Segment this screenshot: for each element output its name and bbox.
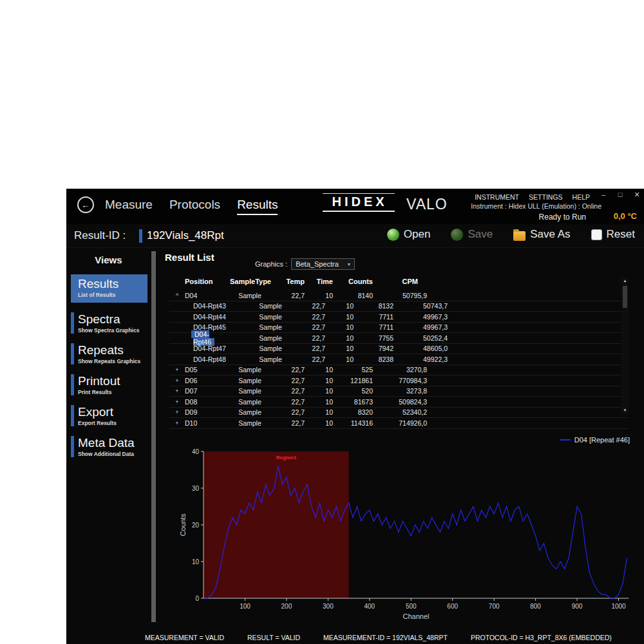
row-expander-icon[interactable]: + xyxy=(169,366,185,373)
table-body: ^D04Sample22,710814050795,9D04-Rpt43Samp… xyxy=(169,290,628,429)
window-maximize-button[interactable]: □ xyxy=(616,191,624,199)
column-header-sampletype[interactable]: SampleType xyxy=(230,278,270,288)
spectrum-chart[interactable]: Region1100200300400500600700800900100001… xyxy=(178,445,638,623)
row-position-text: D04-Rpt46 xyxy=(191,330,214,346)
row-time: 10 xyxy=(305,408,333,416)
table-row[interactable]: D04-Rpt46Sample22,710775550252,4 xyxy=(169,333,628,344)
row-expander-icon[interactable]: + xyxy=(169,377,185,384)
table-row[interactable]: D04-Rpt44Sample22,710771149967,3 xyxy=(169,312,628,323)
table-row[interactable]: +D05Sample22,7105253270,8 xyxy=(169,365,628,376)
table-row[interactable]: D04-Rpt43Sample22,710813250743,7 xyxy=(169,301,628,312)
table-row[interactable]: +D06Sample22,710121861770984,3 xyxy=(169,375,628,386)
row-temp: 22,7 xyxy=(270,366,305,374)
row-sample-type: Sample xyxy=(230,292,270,299)
table-row[interactable]: +D08Sample22,71081673509824,3 xyxy=(169,397,628,408)
row-cpm: 48605,0 xyxy=(393,345,448,352)
row-cpm: 50252,4 xyxy=(393,334,448,342)
sidebar-item-spectra[interactable]: SpectraShow Spectra Graphics xyxy=(71,312,147,334)
row-counts: 8320 xyxy=(333,408,373,416)
row-cpm: 49967,3 xyxy=(393,313,448,321)
nav-item-results[interactable]: Results xyxy=(237,198,278,215)
row-time: 10 xyxy=(305,366,333,374)
sidebar-item-results[interactable]: ResultsList of Results xyxy=(71,274,147,303)
row-position-text: D08 xyxy=(185,398,197,406)
region-label: Region1 xyxy=(276,455,297,460)
row-counts: 7942 xyxy=(354,345,393,352)
back-button[interactable]: ← xyxy=(77,196,94,213)
sidebar-item-repeats[interactable]: RepeatsShow Repeats Graphics xyxy=(71,343,147,365)
table-row[interactable]: +D10Sample22,710114316714926,0 xyxy=(169,418,628,429)
row-temp: 22,7 xyxy=(270,377,305,384)
row-time: 10 xyxy=(305,387,333,395)
table-row[interactable]: ^D04Sample22,710814050795,9 xyxy=(169,290,628,301)
reset-button[interactable]: Reset xyxy=(591,228,635,241)
table-row[interactable]: D04-Rpt48Sample22,710823849922,3 xyxy=(169,354,628,365)
reset-icon xyxy=(591,229,602,240)
window-minimize-button[interactable]: – xyxy=(600,191,607,199)
hidex-logo: HIDEX xyxy=(323,193,395,212)
result-id-field[interactable]: 192Vials_48Rpt xyxy=(147,229,224,242)
nav-item-measure[interactable]: Measure xyxy=(105,198,153,215)
temperature-readout: 0,0 °C xyxy=(614,211,637,221)
scrollbar-thumb[interactable] xyxy=(623,286,627,308)
row-position: D09 xyxy=(185,408,230,416)
scroll-down-icon[interactable]: ▼ xyxy=(623,407,627,413)
window-close-button[interactable]: ✕ xyxy=(633,191,641,199)
table-row[interactable]: D04-Rpt47Sample22,710794248605,0 xyxy=(169,344,628,355)
result-table: PositionSampleTypeTempTimeCountsCPM ^D04… xyxy=(169,278,628,429)
status-item: MEASUREMENT = VALID xyxy=(145,634,224,641)
title-bar: ← MeasureProtocolsResults HIDEX VALO INS… xyxy=(66,189,644,224)
menu-help[interactable]: HELP xyxy=(573,193,590,201)
app-window: ← MeasureProtocolsResults HIDEX VALO INS… xyxy=(66,189,644,644)
sidebar-item-sublabel: Show Additional Data xyxy=(78,451,147,457)
column-header-position[interactable]: Position xyxy=(185,278,230,288)
main-panel: Result List Graphics : Beta_Spectra ▾ Po… xyxy=(160,248,644,631)
save-as-button[interactable]: Save As xyxy=(513,228,570,241)
save-icon xyxy=(451,229,463,241)
row-position-text: D09 xyxy=(185,408,197,416)
sidebar-item-export[interactable]: ExportExport Results xyxy=(71,405,147,426)
row-position: D04 xyxy=(185,292,230,299)
column-header-counts[interactable]: Counts xyxy=(333,278,373,288)
table-row[interactable]: D04-Rpt45Sample22,710771149967,3 xyxy=(169,323,628,334)
row-expander-icon[interactable]: + xyxy=(169,420,185,426)
row-position: D08 xyxy=(185,398,230,406)
svg-text:300: 300 xyxy=(323,603,334,610)
row-counts: 8132 xyxy=(354,302,393,310)
row-temp: 22,7 xyxy=(270,387,305,395)
nav-item-protocols[interactable]: Protocols xyxy=(169,198,220,215)
row-expander-icon[interactable]: + xyxy=(169,399,185,405)
sidebar-item-sublabel: Export Results xyxy=(78,420,147,426)
sidebar-item-label: Export xyxy=(78,406,147,419)
menu-instrument[interactable]: INSTRUMENT xyxy=(475,193,519,201)
row-temp: 22,7 xyxy=(290,345,325,352)
sidebar-item-label: Printout xyxy=(78,375,147,388)
status-item: RESULT = VALID xyxy=(247,634,300,641)
row-expander-icon[interactable]: + xyxy=(169,388,185,394)
row-position-text: D04-Rpt47 xyxy=(193,345,226,352)
main-nav: MeasureProtocolsResults xyxy=(105,198,278,215)
column-header-expander xyxy=(169,278,185,288)
row-cpm: 714926,0 xyxy=(373,419,427,427)
splitter-handle[interactable] xyxy=(151,251,156,622)
column-header-cpm[interactable]: CPM xyxy=(373,278,427,288)
row-expander-icon[interactable]: ^ xyxy=(169,292,185,299)
row-temp: 22,7 xyxy=(290,334,325,342)
save-button[interactable]: Save xyxy=(451,228,493,241)
table-row[interactable]: +D09Sample22,710832052340,2 xyxy=(169,408,628,419)
row-position: D04-Rpt48 xyxy=(185,355,230,363)
svg-text:0: 0 xyxy=(195,595,199,602)
scroll-up-icon[interactable]: ▲ xyxy=(623,278,627,284)
column-header-temp[interactable]: Temp xyxy=(270,278,305,288)
open-button[interactable]: Open xyxy=(387,228,431,241)
table-scrollbar[interactable]: ▲ ▼ xyxy=(621,278,629,414)
sidebar-item-meta-data[interactable]: Meta DataShow Additional Data xyxy=(71,436,147,457)
row-expander-icon[interactable]: + xyxy=(169,409,185,415)
graphics-dropdown[interactable]: Beta_Spectra ▾ xyxy=(291,258,355,270)
column-header-time[interactable]: Time xyxy=(305,278,333,288)
sidebar-item-printout[interactable]: PrintoutPrint Results xyxy=(71,374,147,395)
table-row[interactable]: +D07Sample22,7105203273,8 xyxy=(169,386,628,397)
row-cpm: 50795,9 xyxy=(373,292,427,299)
row-position-text: D04-Rpt48 xyxy=(193,355,226,363)
menu-settings[interactable]: SETTINGS xyxy=(529,193,563,201)
